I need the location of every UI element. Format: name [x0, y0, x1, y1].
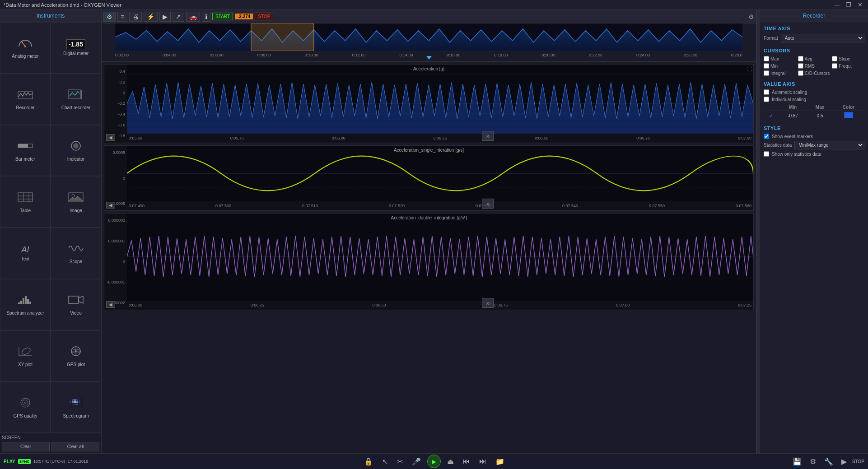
sidebar-item-image[interactable]: Image — [51, 176, 101, 228]
chart1-title: Acceleration [g] — [413, 66, 444, 71]
settings-icon[interactable]: ⚙ — [748, 13, 754, 20]
sidebar-item-bar-meter[interactable]: Bar meter — [0, 125, 51, 176]
play-btn[interactable]: ▶ — [427, 455, 441, 468]
close-btn[interactable]: ✕ — [856, 1, 864, 8]
cursor-tool-btn[interactable]: ↖ — [379, 456, 391, 467]
sidebar-item-gps-quality[interactable]: GPS quality — [0, 381, 51, 433]
cursor-frequ-checkbox[interactable] — [832, 63, 837, 69]
cursor-slope-label: Slope — [839, 56, 850, 61]
statistics-data-select[interactable]: Min/Max range — [794, 141, 864, 149]
chart3-canvas[interactable] — [127, 214, 753, 301]
show-statistics-row: Show only statistics data — [764, 151, 864, 157]
format-select[interactable]: Auto — [781, 34, 864, 42]
chart3-x-axis: 0:06.00 0:06.25 0:06.50 0:06.75 0:07.00 … — [127, 301, 753, 310]
sidebar-item-spectrum-analyzer[interactable]: Spectrum analyzer — [0, 279, 51, 330]
sidebar-item-digital-meter[interactable]: -1.85 Digital meter — [51, 22, 101, 74]
sidebar-item-xy-plot[interactable]: XY plot — [0, 330, 51, 382]
center-content: ⚙ ≡ 🖨 ⚡ ▶ ↗ 🚗 ℹ START -2.274 STOP ⚙ — [102, 10, 756, 453]
sidebar-item-video[interactable]: Video — [51, 279, 101, 330]
mic-btn[interactable]: 🎤 — [409, 456, 424, 467]
gear2-btn[interactable]: 🔧 — [821, 456, 836, 467]
analog-meter-label: Analog meter — [12, 54, 38, 59]
toolbar-info-btn[interactable]: ℹ — [202, 12, 210, 22]
clear-button[interactable]: Clear — [2, 442, 50, 451]
cursor-max-checkbox[interactable] — [764, 56, 769, 61]
chart3-forward-btn[interactable]: » — [482, 298, 494, 308]
cursor-rms-checkbox[interactable] — [798, 63, 803, 69]
bar-meter-icon — [17, 139, 33, 155]
cursor-integral-checkbox[interactable] — [764, 70, 769, 76]
folder-btn[interactable]: 📁 — [493, 456, 507, 467]
skip-fwd-btn[interactable]: ⏭ — [476, 456, 489, 467]
svg-point-37 — [24, 402, 26, 404]
sidebar-item-spectrogram[interactable]: Spectrogram — [51, 381, 101, 433]
start-btn[interactable]: START — [212, 13, 233, 20]
main-layout: Instruments Analog meter -1.85 Digital m… — [0, 10, 868, 453]
chart3-back-btn[interactable]: ◀ — [106, 301, 115, 308]
svg-rect-53 — [79, 404, 80, 405]
toolbar-share-btn[interactable]: ↗ — [173, 12, 184, 22]
svg-point-29 — [21, 347, 31, 356]
svg-point-35 — [21, 398, 30, 407]
toolbar-arrow-btn[interactable]: ▶ — [159, 12, 171, 22]
toolbar-list-btn[interactable]: ≡ — [117, 12, 127, 22]
auto-scaling-checkbox[interactable] — [764, 89, 769, 95]
gps-plot-icon — [68, 345, 84, 360]
charts-area: Acceleration [g] ⛶ 0.4 0.2 0 -0.2 -0.4 -… — [102, 62, 756, 453]
cursor-avg-checkbox[interactable] — [798, 56, 803, 61]
cursor-min-checkbox[interactable] — [764, 63, 769, 69]
svg-rect-50 — [72, 404, 74, 405]
indicator-icon — [68, 139, 84, 155]
save-btn[interactable]: 💾 — [790, 456, 804, 467]
timeline-overview[interactable] — [115, 23, 742, 51]
cursor-avg: Avg — [798, 56, 831, 61]
maximize-btn[interactable]: ❐ — [844, 1, 853, 8]
clear-all-button[interactable]: Clear all — [51, 442, 99, 451]
svg-rect-41 — [74, 399, 76, 401]
event-markers-checkbox[interactable] — [764, 134, 769, 139]
sidebar-item-indicator[interactable]: Indicator — [51, 125, 101, 176]
stop-btn[interactable]: STOP — [255, 13, 273, 20]
chart2-forward-btn[interactable]: » — [482, 199, 494, 209]
sidebar-item-recorder[interactable]: Recorder — [0, 74, 51, 125]
toolbar-instrument-btn[interactable]: ⚙ — [103, 12, 116, 22]
video-icon — [68, 293, 84, 309]
config-btn[interactable]: ⚙ — [807, 456, 819, 467]
sidebar-item-text[interactable]: AI Text — [0, 228, 51, 279]
svg-rect-47 — [76, 401, 78, 403]
lock-btn[interactable]: 🔒 — [361, 456, 376, 467]
right-collapse-handle[interactable]: › — [756, 10, 760, 453]
svg-point-34 — [75, 350, 77, 352]
statistics-data-label: Statistics data — [764, 143, 792, 148]
recorder-label: Recorder — [16, 105, 34, 110]
chart2-back-btn[interactable]: ◀ — [106, 202, 115, 209]
sidebar-item-table[interactable]: Table — [0, 176, 51, 228]
toolbar-print-btn[interactable]: 🖨 — [129, 12, 142, 22]
toolbar-car-btn[interactable]: 🚗 — [186, 12, 200, 22]
cursor-slope: Slope — [832, 56, 864, 61]
chart1-forward-btn[interactable]: » — [482, 131, 494, 141]
sidebar-item-analog-meter[interactable]: Analog meter — [0, 22, 51, 74]
cursor-cd-checkbox[interactable] — [798, 70, 803, 76]
sidebar-item-chart-recorder[interactable]: Chart recorder — [51, 74, 101, 125]
minimize-btn[interactable]: — — [832, 1, 841, 8]
show-statistics-checkbox[interactable] — [764, 151, 769, 157]
sidebar-item-gps-plot[interactable]: GPS plot — [51, 330, 101, 382]
value-color[interactable] — [844, 112, 853, 118]
svg-rect-22 — [25, 296, 27, 304]
eject-btn[interactable]: ⏏ — [444, 456, 457, 467]
value-max: 0.5 — [807, 111, 832, 121]
sidebar-title: Instruments — [0, 10, 101, 22]
export-btn[interactable]: ▶ — [839, 456, 849, 467]
toolbar-lightning-btn[interactable]: ⚡ — [144, 12, 158, 22]
chart1-expand-btn[interactable]: ⛶ — [747, 66, 751, 72]
chart2-canvas[interactable] — [127, 146, 753, 201]
chart1-container: Acceleration [g] ⛶ 0.4 0.2 0 -0.2 -0.4 -… — [104, 64, 754, 143]
marker-btn[interactable]: ✂ — [394, 456, 406, 467]
cursor-slope-checkbox[interactable] — [832, 56, 837, 61]
chart1-canvas[interactable] — [127, 65, 753, 134]
sidebar-item-scope[interactable]: Scope — [51, 228, 101, 279]
skip-back-btn[interactable]: ⏮ — [460, 456, 473, 467]
individual-scaling-checkbox[interactable] — [764, 97, 769, 102]
chart1-back-btn[interactable]: ◀ — [106, 134, 115, 141]
